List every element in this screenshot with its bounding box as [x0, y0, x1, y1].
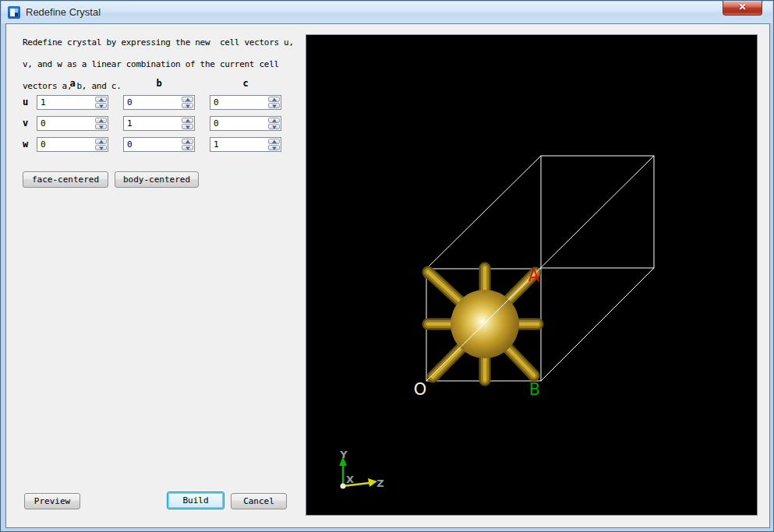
spinbox-u-b — [123, 95, 195, 110]
column-header-b: b — [123, 78, 195, 89]
instructions-line2: v, and w as a linear combination of the … — [23, 59, 279, 69]
spinbox-u-c — [210, 95, 281, 110]
column-header-c: c — [210, 78, 281, 89]
spin-up-w-a[interactable] — [95, 139, 107, 144]
input-w-a[interactable] — [37, 138, 94, 151]
row-label-w: w — [23, 137, 34, 152]
spinbox-w-b — [123, 137, 195, 152]
cell-edge-top-left — [426, 156, 541, 269]
spinbox-w-a — [37, 137, 108, 152]
viewport-3d[interactable]: C A B O — [306, 34, 758, 516]
spinbox-u-a — [37, 95, 108, 110]
close-icon: ✕ — [738, 2, 746, 12]
axis-label-x: X — [346, 474, 354, 485]
spinbox-w-c — [210, 137, 281, 152]
input-v-c[interactable] — [210, 117, 267, 130]
axis-x-dot — [341, 484, 346, 489]
spin-up-w-b[interactable] — [182, 139, 193, 144]
spinbox-v-a — [37, 116, 108, 131]
close-button[interactable]: ✕ — [723, 1, 762, 16]
dialog-body: Redefine crystal by expressing the new c… — [5, 23, 770, 528]
spinbox-v-b — [123, 116, 195, 131]
atom-sphere — [451, 290, 519, 358]
instructions-line1: Redefine crystal by expressing the new c… — [23, 37, 294, 48]
cell-label-origin: O — [414, 380, 427, 399]
spin-down-u-b[interactable] — [182, 103, 193, 108]
row-label-v: v — [23, 116, 34, 131]
input-v-a[interactable] — [37, 117, 94, 130]
body-centered-button[interactable]: body-centered — [115, 171, 199, 188]
preview-button[interactable]: Preview — [24, 493, 80, 509]
spin-up-v-c[interactable] — [268, 118, 280, 123]
spin-down-v-a[interactable] — [95, 124, 107, 129]
spin-down-u-a[interactable] — [95, 103, 107, 108]
spin-down-w-c[interactable] — [268, 145, 280, 150]
spin-up-u-b[interactable] — [182, 97, 193, 102]
input-v-b[interactable] — [124, 117, 181, 130]
spin-down-v-c[interactable] — [268, 124, 280, 129]
spin-down-w-b[interactable] — [182, 145, 193, 150]
spin-up-v-a[interactable] — [95, 118, 107, 123]
cancel-button[interactable]: Cancel — [231, 493, 287, 509]
column-header-a: a — [37, 78, 108, 89]
crystal-scene: C A B O — [306, 35, 757, 515]
spin-down-u-c[interactable] — [268, 103, 280, 108]
row-label-u: u — [23, 95, 34, 110]
axis-triad: Y X Z — [339, 449, 384, 489]
spin-up-u-a[interactable] — [95, 97, 107, 102]
window-title: Redefine Crystal — [26, 6, 101, 18]
input-u-a[interactable] — [37, 96, 94, 109]
spin-up-u-c[interactable] — [268, 97, 280, 102]
input-u-b[interactable] — [124, 96, 181, 109]
spin-down-v-b[interactable] — [182, 124, 193, 129]
app-icon — [8, 6, 20, 19]
spin-down-w-a[interactable] — [95, 145, 107, 150]
build-button[interactable]: Build — [167, 491, 224, 509]
spin-up-w-c[interactable] — [268, 139, 280, 144]
cell-label-b: B — [529, 380, 540, 399]
axis-label-z: Z — [376, 477, 383, 489]
face-centered-button[interactable]: face-centered — [23, 171, 108, 188]
redefine-crystal-dialog: Redefine Crystal ✕ Redefine crystal by e… — [0, 0, 774, 532]
titlebar[interactable]: Redefine Crystal — [2, 2, 772, 23]
spin-up-v-b[interactable] — [182, 118, 193, 123]
input-w-b[interactable] — [124, 138, 181, 151]
cell-edge-bottom-right — [541, 268, 654, 381]
input-w-c[interactable] — [210, 138, 267, 151]
spinbox-v-c — [210, 116, 281, 131]
axis-label-y: Y — [339, 449, 348, 460]
cell-label-a: A — [528, 266, 540, 285]
input-u-c[interactable] — [210, 96, 267, 109]
axis-z-arrowhead — [368, 478, 377, 487]
